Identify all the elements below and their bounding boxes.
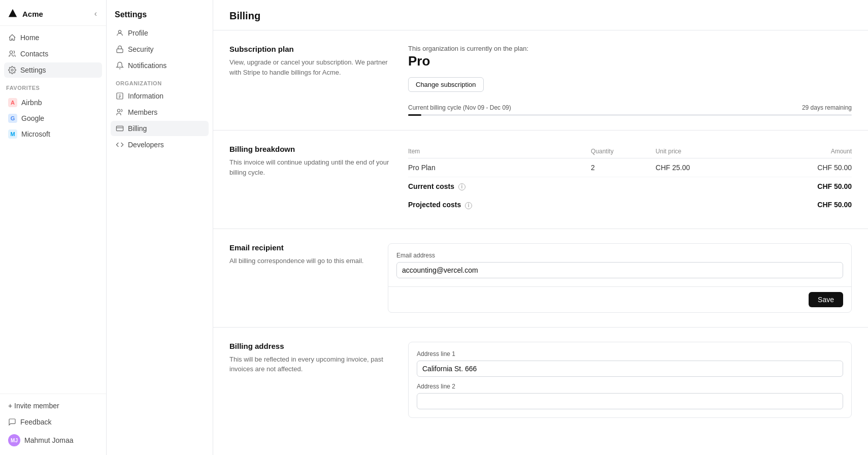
feedback-label: Feedback	[20, 418, 51, 426]
projected-costs-info-icon[interactable]: i	[465, 202, 472, 209]
security-nav-icon	[116, 45, 124, 53]
address-line2-input[interactable]	[417, 393, 843, 409]
email-recipient-title: Email recipient	[229, 243, 372, 252]
address-line1-input[interactable]	[417, 361, 843, 377]
page-title: Billing	[229, 10, 852, 22]
col-item: Item	[408, 145, 591, 158]
notifications-nav-icon	[116, 61, 124, 70]
settings-nav-profile-label: Profile	[128, 29, 148, 37]
feedback-button[interactable]: Feedback	[4, 414, 102, 430]
settings-sidebar: Settings Profile Security Notifications …	[107, 0, 213, 455]
settings-nav-members[interactable]: Members	[111, 105, 209, 120]
subscription-section-left: Subscription plan View, upgrade or cance…	[229, 45, 392, 116]
change-subscription-button[interactable]: Change subscription	[408, 77, 484, 92]
org-section-label: Organization	[111, 74, 209, 88]
address-line2-label: Address line 2	[417, 383, 843, 390]
row-unit-price: CHF 25.00	[656, 158, 754, 177]
current-costs-info-icon[interactable]: i	[458, 183, 465, 190]
email-recipient-desc: All billing correspondence will go to th…	[229, 256, 372, 266]
favorites-item-microsoft[interactable]: M Microsoft	[4, 126, 102, 142]
billing-address-desc: This will be reflected in every upcoming…	[229, 354, 392, 374]
email-input[interactable]	[396, 262, 843, 278]
app-logo-icon	[7, 8, 18, 19]
app-logo[interactable]: Acme	[7, 8, 43, 19]
email-recipient-section: Email recipient All billing corresponden…	[213, 229, 868, 328]
email-box-footer: Save	[388, 286, 851, 312]
favorites-item-airbnb[interactable]: A Airbnb	[4, 95, 102, 110]
breakdown-table: Item Quantity Unit price Amount Pro Plan…	[408, 145, 852, 214]
sidebar-bottom: + Invite member Feedback MJ Mahmut Jomaa	[0, 394, 106, 455]
main-nav: Home Contacts Settings	[0, 26, 106, 79]
settings-nav-information-label: Information	[128, 92, 163, 100]
invite-member-button[interactable]: + Invite member	[4, 398, 102, 413]
billing-cycle-label: Current billing cycle (Nov 09 - Dec 09)	[408, 104, 511, 111]
favorites-item-google[interactable]: G Google	[4, 111, 102, 126]
current-costs-value: CHF 50.00	[754, 177, 852, 196]
settings-title: Settings	[111, 8, 209, 25]
progress-bar-bg	[408, 114, 852, 116]
subscription-section-right: This organization is currently on the pl…	[408, 45, 852, 116]
current-costs-empty-price	[656, 177, 754, 196]
nav-item-home[interactable]: Home	[4, 30, 102, 45]
sidebar-collapse-button[interactable]: ‹	[92, 8, 99, 19]
plan-name: Pro	[408, 53, 852, 69]
microsoft-icon: M	[8, 129, 17, 139]
settings-nav-members-label: Members	[128, 108, 157, 116]
email-recipient-section-right: Email address Save	[388, 243, 852, 313]
app-name: Acme	[22, 10, 43, 18]
google-icon: G	[8, 114, 17, 123]
settings-nav-billing[interactable]: Billing	[111, 121, 209, 136]
settings-nav-developers[interactable]: Developers	[111, 137, 209, 152]
nav-item-settings[interactable]: Settings	[4, 62, 102, 78]
billing-address-section-left: Billing address This will be reflected i…	[229, 342, 392, 418]
settings-nav-information[interactable]: Information	[111, 88, 209, 104]
invite-member-label: + Invite member	[8, 402, 59, 410]
billing-address-title: Billing address	[229, 342, 392, 350]
settings-nav-security-label: Security	[128, 45, 154, 53]
col-unit-price: Unit price	[656, 145, 754, 158]
address-box-inner: Address line 1 Address line 2	[409, 342, 851, 417]
home-icon	[8, 34, 16, 42]
row-amount: CHF 50.00	[754, 158, 852, 177]
profile-nav-icon	[116, 29, 124, 37]
col-amount: Amount	[754, 145, 852, 158]
nav-label-contacts: Contacts	[20, 50, 48, 58]
email-field-label: Email address	[396, 252, 843, 259]
settings-nav-security[interactable]: Security	[111, 42, 209, 57]
col-quantity: Quantity	[591, 145, 656, 158]
table-row: Pro Plan 2 CHF 25.00 CHF 50.00	[408, 158, 852, 177]
projected-costs-row: Projected costs i CHF 50.00	[408, 196, 852, 214]
email-box-inner: Email address	[388, 244, 851, 286]
app-sidebar: Acme ‹ Home Contacts Settings Favorites …	[0, 0, 107, 455]
projected-costs-value: CHF 50.00	[754, 196, 852, 214]
nav-label-home: Home	[20, 34, 39, 42]
main-content: Billing Subscription plan View, upgrade …	[213, 0, 868, 455]
svg-point-5	[117, 109, 120, 112]
projected-costs-empty-qty	[591, 196, 656, 214]
settings-nav-profile[interactable]: Profile	[111, 25, 209, 41]
settings-nav-developers-label: Developers	[128, 141, 164, 149]
breakdown-section-left: Billing breakdown This invoice will cont…	[229, 145, 392, 214]
developers-nav-icon	[116, 141, 124, 149]
billing-address-section-right: Address line 1 Address line 2	[408, 342, 852, 418]
user-profile-button[interactable]: MJ Mahmut Jomaa	[4, 431, 102, 450]
billing-cycle-remaining: 29 days remaining	[802, 104, 852, 111]
page-header: Billing	[213, 0, 868, 30]
favorites-label-airbnb: Airbnb	[21, 99, 42, 107]
settings-nav-notifications[interactable]: Notifications	[111, 58, 209, 73]
subscription-section-desc: View, upgrade or cancel your subscriptio…	[229, 57, 392, 77]
breakdown-section: Billing breakdown This invoice will cont…	[213, 131, 868, 229]
subscription-section: Subscription plan View, upgrade or cance…	[213, 30, 868, 131]
app-sidebar-header: Acme ‹	[0, 0, 106, 26]
current-costs-empty-qty	[591, 177, 656, 196]
row-item: Pro Plan	[408, 158, 591, 177]
information-nav-icon	[116, 92, 124, 100]
current-costs-row: Current costs i CHF 50.00	[408, 177, 852, 196]
breakdown-section-right: Item Quantity Unit price Amount Pro Plan…	[408, 145, 852, 214]
projected-costs-label: Projected costs i	[408, 196, 591, 214]
row-quantity: 2	[591, 158, 656, 177]
nav-item-contacts[interactable]: Contacts	[4, 46, 102, 61]
address-box: Address line 1 Address line 2	[408, 342, 852, 418]
email-save-button[interactable]: Save	[809, 292, 843, 307]
address-line1-label: Address line 1	[417, 350, 843, 358]
